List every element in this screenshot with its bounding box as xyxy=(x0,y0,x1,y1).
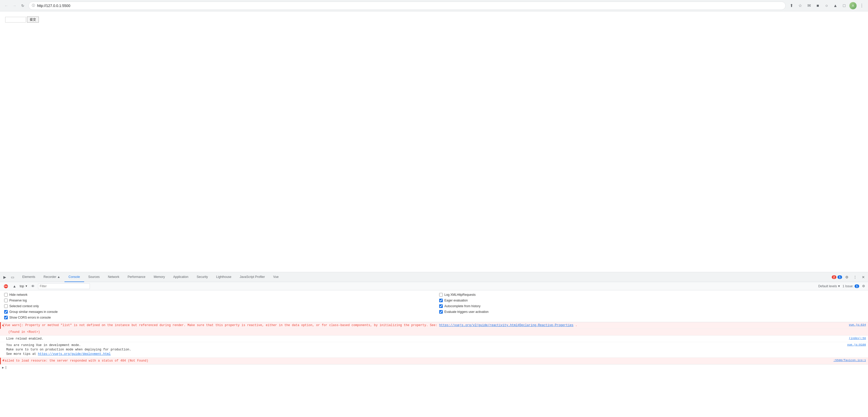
console-entry-vue-dev: You are running Vue in development mode.… xyxy=(0,342,868,357)
bookmark-icon[interactable]: ☆ xyxy=(797,2,804,9)
group-similar-setting[interactable]: Group similar messages in console xyxy=(4,310,429,314)
device-toolbar-button[interactable]: ▭ xyxy=(9,273,16,281)
eye-icon[interactable]: 👁 xyxy=(29,282,36,290)
devtools-left-icons: ▶ ▭ xyxy=(1,273,16,281)
log-xml-setting[interactable]: Log XMLHttpRequests xyxy=(439,293,864,297)
tab-console[interactable]: Console xyxy=(64,272,84,282)
vue-warn-dot: . xyxy=(576,324,577,327)
lock-icon: ⓘ xyxy=(32,3,35,8)
top-dropdown-icon[interactable]: ▼ xyxy=(25,285,28,288)
extension-puzzle-icon[interactable]: ✉ xyxy=(805,2,813,9)
address-bar[interactable]: ⓘ http://127.0.0.1:5500 xyxy=(29,2,786,10)
inspect-element-button[interactable]: ▶ xyxy=(1,273,8,281)
evaluate-triggers-setting[interactable]: Evaluate triggers user activation xyxy=(439,310,864,314)
preserve-log-setting[interactable]: Preserve log xyxy=(4,299,429,302)
console-entry-vue-warn: ▶ [Vue warn]: Property or method "list" … xyxy=(0,322,868,329)
url-text: http://127.0.0.1:5500 xyxy=(37,4,782,8)
show-cors-checkbox[interactable] xyxy=(4,316,8,319)
prompt-cursor[interactable]: | xyxy=(5,366,7,369)
hide-network-checkbox[interactable] xyxy=(4,293,8,297)
reload-button[interactable]: ↻ xyxy=(19,2,26,9)
group-similar-checkbox[interactable] xyxy=(4,310,8,314)
tab-security[interactable]: Security xyxy=(192,272,212,282)
back-button[interactable]: ← xyxy=(3,2,10,9)
entry-source-live-reload[interactable]: (index):56 xyxy=(845,337,866,340)
tab-elements[interactable]: Elements xyxy=(18,272,39,282)
error-badge: 2 xyxy=(832,275,836,279)
devtools-tabs-bar: ▶ ▭ Elements Recorder ▲ Console Sources … xyxy=(0,272,868,282)
console-settings-panel: Hide network Log XMLHttpRequests Preserv… xyxy=(0,290,868,322)
default-levels-button[interactable]: Default levels ▼ xyxy=(818,285,841,288)
console-toolbar: ⛔ ▲ top ▼ 👁 Default levels ▼ 1 Issue: 1 … xyxy=(0,282,868,290)
entry-content-1: [Vue warn]: Property or method "list" is… xyxy=(3,323,845,328)
clear-console-button[interactable]: ⛔ xyxy=(2,282,9,290)
toggle-filter-button[interactable]: ▲ xyxy=(11,282,18,290)
console-toolbar-right: Default levels ▼ 1 Issue: 1 ⚙ xyxy=(818,284,866,289)
entry-source-vue-dev[interactable]: vue.js:9108 xyxy=(843,343,866,346)
vue-warn-link[interactable]: https://vuejs.org/v2/guide/reactivity.ht… xyxy=(439,324,573,327)
tab-vue[interactable]: Vue xyxy=(269,272,283,282)
filter-input[interactable] xyxy=(38,284,90,289)
extensions-icon[interactable]: ■ xyxy=(814,2,822,9)
entry-content-404: Failed to load resource: the server resp… xyxy=(3,359,829,363)
console-entry-live-reload: Live reload enabled. (index):56 xyxy=(0,336,868,342)
log-xml-checkbox[interactable] xyxy=(439,293,443,297)
tab-performance[interactable]: Performance xyxy=(124,272,150,282)
eager-eval-checkbox[interactable] xyxy=(439,299,443,302)
entry-source-1[interactable]: vue.js:634 xyxy=(845,323,866,326)
preserve-log-checkbox[interactable] xyxy=(4,299,8,302)
issues-count-badge: 1 xyxy=(855,285,859,288)
web-page-body: 提交 xyxy=(0,11,868,272)
eager-eval-setting[interactable]: Eager evaluation xyxy=(439,299,864,302)
autocomplete-setting[interactable]: Autocomplete from history xyxy=(439,304,864,308)
vue-deploy-link[interactable]: https://vuejs.org/guide/deployment.html xyxy=(38,352,111,356)
more-options-icon[interactable]: ⋮ xyxy=(851,273,859,281)
submit-button[interactable]: 提交 xyxy=(27,17,39,23)
tab-lighthouse[interactable]: Lighthouse xyxy=(212,272,236,282)
extension2-icon[interactable]: ○ xyxy=(823,2,830,9)
error-404-text: Failed to load resource: the server resp… xyxy=(3,359,148,363)
tab-recorder[interactable]: Recorder ▲ xyxy=(39,272,64,282)
forward-button[interactable]: → xyxy=(11,2,18,9)
prompt-arrow-icon: ▶ xyxy=(2,366,4,369)
entry-content-live-reload: Live reload enabled. xyxy=(6,337,845,341)
error-icon-2: ● xyxy=(2,359,4,362)
message-badge: 1 xyxy=(837,275,842,279)
autocomplete-checkbox[interactable] xyxy=(439,304,443,308)
dropdown-arrow-icon: ▼ xyxy=(837,285,841,288)
devtools-tabs-right: 2 1 ⚙ ⋮ ✕ xyxy=(832,273,867,281)
error-icon-1: ▶ xyxy=(2,324,4,327)
close-devtools-icon[interactable]: ✕ xyxy=(860,273,867,281)
share-icon[interactable]: ⬆ xyxy=(788,2,795,9)
avatar[interactable]: A xyxy=(849,2,857,9)
nav-buttons: ← → ↻ xyxy=(3,2,26,9)
console-entry-found-in-root: (found in <Root>) xyxy=(0,329,868,336)
tab-memory[interactable]: Memory xyxy=(149,272,169,282)
hide-network-setting[interactable]: Hide network xyxy=(4,293,429,297)
tab-application[interactable]: Application xyxy=(169,272,193,282)
browser-chrome: ← → ↻ ⓘ http://127.0.0.1:5500 ⬆ ☆ ✉ ■ ○ … xyxy=(0,0,868,11)
menu-icon[interactable]: ⋮ xyxy=(858,2,865,9)
ext3-icon[interactable]: ▲ xyxy=(832,2,839,9)
console-entry-404: ● Failed to load resource: the server re… xyxy=(0,358,868,364)
console-gear-icon[interactable]: ⚙ xyxy=(861,284,866,289)
tab-sources[interactable]: Sources xyxy=(84,272,104,282)
page-text-input[interactable] xyxy=(5,17,26,23)
issues-badge: 1 Issue: 1 xyxy=(843,285,859,288)
entry-content-found: (found in <Root>) xyxy=(8,330,866,334)
ext4-icon[interactable]: □ xyxy=(841,2,848,9)
form-row: 提交 xyxy=(5,17,863,23)
entry-source-404[interactable]: :5500/favicon.ico:1 xyxy=(829,359,866,362)
tab-js-profiler[interactable]: JavaScript Profiler xyxy=(236,272,269,282)
top-label: top xyxy=(20,285,24,288)
show-cors-setting[interactable]: Show CORS errors in console xyxy=(4,316,429,319)
tab-network[interactable]: Network xyxy=(104,272,124,282)
selected-context-setting[interactable]: Selected context only xyxy=(4,304,429,308)
vue-warn-text: [Vue warn]: Property or method "list" is… xyxy=(3,324,439,327)
evaluate-triggers-checkbox[interactable] xyxy=(439,310,443,314)
selected-context-checkbox[interactable] xyxy=(4,304,8,308)
top-selector: top ▼ xyxy=(20,285,28,288)
browser-toolbar-right: ⬆ ☆ ✉ ■ ○ ▲ □ A ⋮ xyxy=(788,2,865,9)
live-reload-text: Live reload enabled. xyxy=(6,337,43,340)
settings-icon[interactable]: ⚙ xyxy=(843,273,850,281)
